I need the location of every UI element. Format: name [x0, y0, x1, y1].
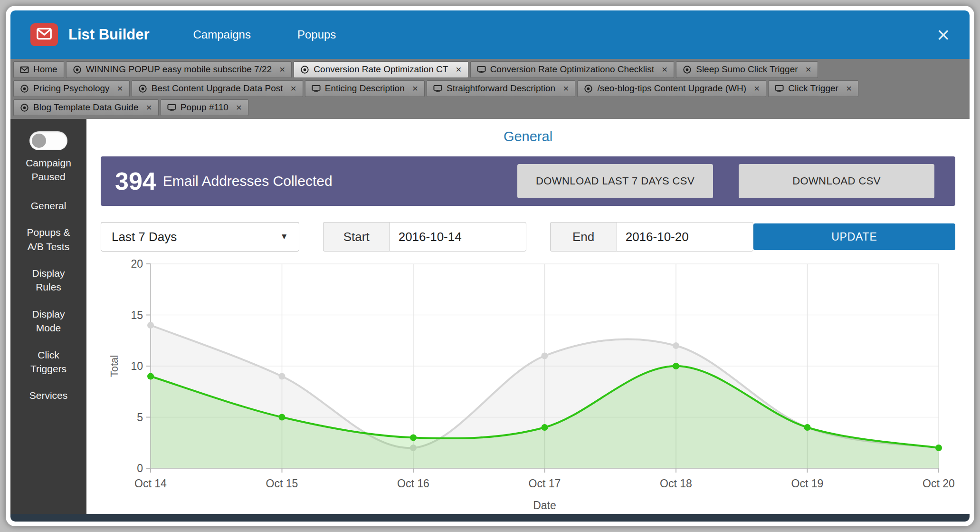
campaign-paused-label: Campaign Paused	[19, 156, 78, 184]
target-icon	[73, 65, 82, 74]
campaign-paused-toggle[interactable]	[29, 131, 67, 150]
start-date-input[interactable]	[390, 222, 526, 251]
svg-text:5: 5	[137, 411, 143, 424]
tab-label: Conversion Rate Optimizationo Checklist	[490, 64, 654, 75]
data-point	[542, 424, 548, 431]
banner-buttons: DOWNLOAD LAST 7 DAYS CSV DOWNLOAD CSV	[517, 164, 934, 198]
sidebar-item-display-mode[interactable]: Display Mode	[19, 307, 77, 335]
sidebar-item-general[interactable]: General	[19, 199, 77, 213]
sidebar-menu: GeneralPopups & A/B TestsDisplay RulesDi…	[19, 186, 77, 403]
tab-seo-blog-tips-content-upgrade-wh[interactable]: /seo-blog-tips Content Upgrade (WH)×	[577, 80, 766, 97]
data-point	[410, 435, 417, 441]
tab-winning-popup-easy-mobile-subscribe-7-22[interactable]: WINNING POPUP easy mobile subscribe 7/22…	[66, 61, 292, 78]
target-icon	[300, 65, 309, 74]
chevron-down-icon: ▼	[280, 232, 288, 242]
nav-popups[interactable]: Popups	[297, 28, 336, 41]
svg-text:15: 15	[131, 309, 143, 321]
tab-click-trigger[interactable]: Click Trigger×	[768, 80, 858, 97]
svg-text:Oct 20: Oct 20	[923, 477, 955, 490]
sidebar-item-click-triggers[interactable]: Click Triggers	[19, 348, 77, 376]
tab-close-icon[interactable]: ×	[456, 64, 461, 75]
tab-label: Best Content Upgrade Data Post	[152, 83, 283, 94]
tab-close-icon[interactable]: ×	[236, 102, 242, 113]
tab-close-icon[interactable]: ×	[806, 64, 811, 75]
tab-label: Home	[33, 64, 57, 75]
tab-close-icon[interactable]: ×	[412, 83, 418, 94]
tab-row: HomeWINNING POPUP easy mobile subscribe …	[13, 60, 967, 79]
nav-campaigns[interactable]: Campaigns	[193, 28, 251, 41]
app-header: List Builder Campaigns Popups ×	[10, 10, 970, 59]
end-label: End	[550, 222, 617, 251]
tab-popup-110[interactable]: Popup #110×	[161, 99, 248, 116]
end-date-input[interactable]	[617, 222, 753, 251]
end-date-group: End	[550, 222, 753, 251]
tab-label: Popup #110	[181, 102, 228, 113]
sidebar-item-services[interactable]: Services	[19, 388, 77, 402]
content-area: Campaign Paused GeneralPopups & A/B Test…	[10, 119, 970, 514]
update-button[interactable]: UPDATE	[753, 223, 955, 250]
main-nav: Campaigns Popups	[193, 28, 336, 41]
target-icon	[20, 84, 29, 93]
sidebar-item-display-rules[interactable]: Display Rules	[19, 266, 77, 294]
x-axis-title: Date	[533, 499, 556, 512]
tab-label: /seo-blog-tips Content Upgrade (WH)	[597, 83, 746, 94]
tab-straightforward-description[interactable]: Straightforward Description×	[427, 80, 575, 97]
tab-close-icon[interactable]: ×	[146, 102, 152, 113]
tab-label: Sleep Sumo Click Trigger	[696, 64, 798, 75]
tab-conversion-rate-optimization-ct[interactable]: Conversion Rate Optimization CT×	[294, 61, 468, 78]
tab-close-icon[interactable]: ×	[117, 83, 123, 94]
envelope-icon	[20, 65, 29, 74]
tab-close-icon[interactable]: ×	[563, 83, 569, 94]
monitor-icon	[775, 84, 784, 93]
date-range-select[interactable]: Last 7 Days ▼	[101, 222, 299, 251]
collected-banner: 394 Email Addresses Collected DOWNLOAD L…	[101, 156, 955, 206]
data-point	[279, 373, 285, 380]
filter-row: Last 7 Days ▼ Start End UPDATE	[101, 222, 955, 251]
target-icon	[584, 84, 593, 93]
tab-close-icon[interactable]: ×	[846, 83, 852, 94]
download-csv-button[interactable]: DOWNLOAD CSV	[739, 164, 934, 198]
tab-label: WINNING POPUP easy mobile subscribe 7/22	[86, 64, 272, 75]
tab-close-icon[interactable]: ×	[291, 83, 296, 94]
close-icon[interactable]: ×	[937, 24, 950, 46]
conversions-chart: 05101520Oct 14Oct 15Oct 16Oct 17Oct 18Oc…	[101, 256, 955, 514]
chart-svg: 05101520Oct 14Oct 15Oct 16Oct 17Oct 18Oc…	[101, 256, 955, 514]
tab-enticing-description[interactable]: Enticing Description×	[305, 80, 425, 97]
tab-sleep-sumo-click-trigger[interactable]: Sleep Sumo Click Trigger×	[676, 61, 818, 78]
tab-label: Conversion Rate Optimization CT	[314, 64, 448, 75]
download-last7-csv-button[interactable]: DOWNLOAD LAST 7 DAYS CSV	[517, 164, 713, 198]
svg-text:Oct 14: Oct 14	[134, 477, 167, 490]
main-content: General 394 Email Addresses Collected DO…	[86, 119, 970, 514]
svg-text:Oct 18: Oct 18	[660, 477, 692, 490]
tab-blog-template-data-guide[interactable]: Blog Template Data Guide×	[13, 99, 159, 116]
monitor-icon	[167, 103, 176, 112]
tab-conversion-rate-optimizationo-checklist[interactable]: Conversion Rate Optimizationo Checklist×	[470, 61, 675, 78]
envelope-icon	[35, 26, 53, 44]
target-icon	[138, 84, 147, 93]
monitor-icon	[433, 84, 442, 93]
sidebar-item-popups-a-b-tests[interactable]: Popups & A/B Tests	[19, 225, 77, 253]
tab-close-icon[interactable]: ×	[279, 64, 285, 75]
tab-home[interactable]: Home	[13, 61, 64, 78]
tab-row: Pricing Psychology×Best Content Upgrade …	[13, 79, 967, 98]
tab-pricing-psychology[interactable]: Pricing Psychology×	[13, 80, 130, 97]
tab-close-icon[interactable]: ×	[662, 64, 667, 75]
svg-text:Oct 17: Oct 17	[529, 477, 561, 490]
tab-label: Click Trigger	[788, 83, 838, 94]
data-point	[542, 353, 548, 359]
svg-text:Oct 19: Oct 19	[791, 477, 824, 490]
tab-label: Straightforward Description	[447, 83, 555, 94]
tab-close-icon[interactable]: ×	[754, 83, 760, 94]
app-title: List Builder	[68, 26, 150, 43]
tab-best-content-upgrade-data-post[interactable]: Best Content Upgrade Data Post×	[132, 80, 303, 97]
monitor-icon	[312, 84, 321, 93]
data-point	[935, 445, 942, 451]
sidebar: Campaign Paused GeneralPopups & A/B Test…	[10, 119, 86, 514]
svg-text:20: 20	[131, 258, 143, 270]
y-axis-title: Total	[108, 355, 120, 377]
collected-label: Email Addresses Collected	[163, 173, 333, 189]
data-point	[673, 363, 679, 369]
tab-label: Enticing Description	[325, 83, 405, 94]
tab-label: Pricing Psychology	[33, 83, 110, 94]
data-point	[673, 342, 679, 349]
